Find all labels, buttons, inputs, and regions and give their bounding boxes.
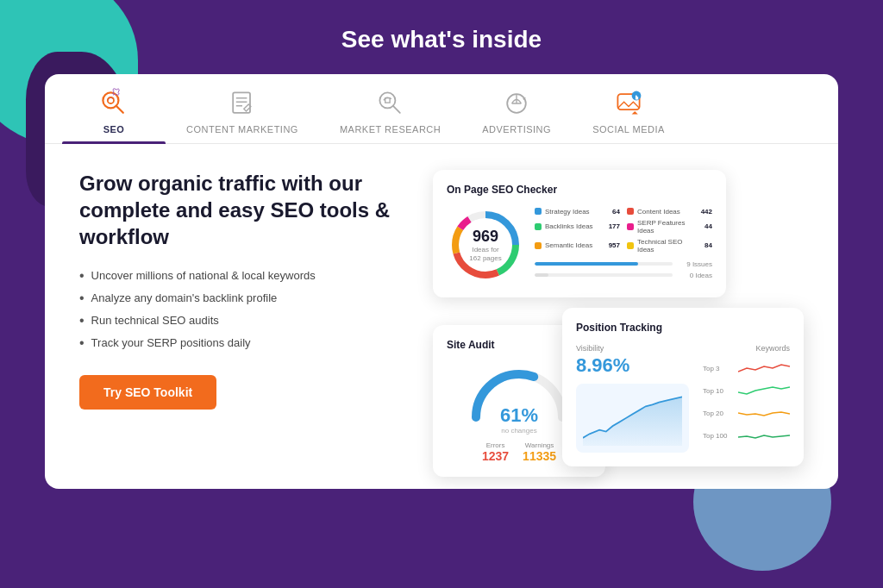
- bullet-1: Uncover millions of national & local key…: [79, 268, 407, 284]
- metric-value-semantic: 957: [609, 241, 620, 249]
- tab-market-research-label: MARKET RESEARCH: [340, 124, 441, 134]
- widget-seo-checker: On Page SEO Checker: [433, 170, 726, 297]
- bullet-2: Analyze any domain's backlink profile: [79, 291, 407, 306]
- tab-social-media-label: SOCIAL MEDIA: [592, 124, 665, 134]
- position-tracking-title: Position Tracking: [576, 322, 790, 334]
- tab-content-marketing-label: CONTENT MARKETING: [186, 124, 298, 134]
- keywords-label: Keywords: [703, 344, 790, 353]
- mini-chart-top10: [738, 384, 790, 397]
- tab-content-marketing[interactable]: CONTENT MARKETING: [166, 74, 319, 143]
- content-area: Grow organic traffic with our complete a…: [45, 144, 838, 489]
- market-research-icon: [375, 88, 406, 119]
- seo-icon: [98, 88, 129, 119]
- metric-value-serp: 44: [705, 222, 712, 230]
- progress-bar-fill-2: [535, 273, 548, 277]
- try-seo-toolkit-button[interactable]: Try SEO Toolkit: [79, 375, 216, 410]
- position-left: Visibility 8.96%: [576, 344, 689, 453]
- audit-errors: Errors 1237: [482, 441, 509, 463]
- svg-rect-9: [385, 98, 389, 103]
- content-marketing-icon: [227, 88, 258, 119]
- bullet-4: Track your SERP positions daily: [79, 335, 407, 351]
- main-card: SEO CONTENT MARKETING: [45, 74, 838, 489]
- mini-chart-top3: [738, 361, 790, 375]
- metric-dot-semantic: [535, 242, 542, 249]
- kw-row-top10: Top 10: [703, 384, 790, 397]
- warnings-label: Warnings: [523, 441, 556, 449]
- metric-strategy: Strategy Ideas 64: [535, 208, 620, 216]
- visibility-value: 8.96%: [576, 354, 689, 377]
- background-wrapper: See what's inside SEO: [0, 0, 883, 588]
- metric-value-strategy: 64: [612, 208, 620, 216]
- metric-dot-content: [627, 208, 634, 215]
- mini-chart-top100: [738, 428, 790, 442]
- audit-warnings: Warnings 11335: [523, 441, 556, 463]
- kw-row-top3: Top 3: [703, 361, 790, 375]
- page-title: See what's inside: [341, 26, 542, 53]
- right-panel: On Page SEO Checker: [433, 170, 812, 463]
- metric-value-technical: 84: [705, 241, 712, 249]
- metric-label-backlinks: Backlinks Ideas: [545, 222, 605, 230]
- metric-label-semantic: Semantic Ideas: [545, 241, 605, 249]
- metric-semantic: Semantic Ideas 957: [535, 238, 620, 253]
- visibility-label: Visibility: [576, 344, 689, 353]
- kw-label-top3: Top 3: [703, 365, 733, 372]
- progress-row-2: 0 Ideas: [535, 272, 712, 279]
- seo-checker-content: 969 Ideas for162 pages Strategy Ideas 64: [447, 206, 712, 284]
- errors-label: Errors: [482, 441, 509, 449]
- progress-row-1: 9 Issues: [535, 260, 712, 268]
- social-media-icon: [613, 88, 644, 119]
- left-panel: Grow organic traffic with our complete a…: [79, 170, 407, 463]
- kw-label-top10: Top 10: [703, 387, 733, 395]
- visibility-chart-area: [576, 384, 689, 453]
- metric-serp: SERP Features Ideas 44: [627, 219, 712, 235]
- tab-advertising-label: ADVERTISING: [482, 124, 551, 134]
- widget-position-tracking: Position Tracking Visibility 8.96%: [562, 308, 804, 466]
- metric-technical: Technical SEO Ideas 84: [627, 238, 712, 253]
- kw-row-top20: Top 20: [703, 406, 790, 420]
- progress-bar-bg-1: [535, 262, 673, 266]
- svg-line-8: [392, 106, 399, 113]
- keywords-right: Keywords Top 3 Top 10: [703, 344, 790, 453]
- metric-dot-serp: [627, 223, 634, 230]
- donut-wrapper: 969 Ideas for162 pages: [447, 206, 524, 284]
- site-audit-percentage: 61%: [500, 404, 538, 426]
- progress-label-1: 9 Issues: [678, 260, 712, 268]
- advertising-icon: [501, 88, 532, 119]
- metric-backlinks: Backlinks Ideas 177: [535, 219, 620, 235]
- visibility-chart: [583, 391, 682, 446]
- svg-line-1: [116, 106, 123, 113]
- bullet-list: Uncover millions of national & local key…: [79, 268, 407, 351]
- seo-metrics: Strategy Ideas 64 Content Ideas 442: [535, 208, 712, 253]
- metric-dot-backlinks: [535, 223, 542, 230]
- kw-label-top20: Top 20: [703, 410, 733, 417]
- kw-label-top100: Top 100: [703, 432, 733, 440]
- metric-dot-strategy: [535, 208, 542, 215]
- tab-market-research[interactable]: MARKET RESEARCH: [319, 74, 461, 143]
- seo-checker-title: On Page SEO Checker: [447, 184, 712, 196]
- donut-center: 969 Ideas for162 pages: [469, 228, 501, 262]
- tab-social-media[interactable]: SOCIAL MEDIA: [572, 74, 686, 143]
- donut-number: 969: [469, 228, 501, 246]
- metric-value-content: 442: [701, 208, 712, 216]
- metric-label-content: Content Ideas: [637, 208, 698, 216]
- warnings-value: 11335: [523, 449, 556, 463]
- errors-value: 1237: [482, 449, 509, 463]
- progress-bars: 9 Issues 0 Ideas: [535, 260, 712, 279]
- tabs-row: SEO CONTENT MARKETING: [45, 74, 838, 144]
- progress-bar-bg-2: [535, 273, 673, 277]
- tab-seo[interactable]: SEO: [62, 74, 166, 143]
- progress-bar-fill-1: [535, 262, 638, 266]
- tab-advertising[interactable]: ADVERTISING: [461, 74, 572, 143]
- metric-value-backlinks: 177: [609, 222, 620, 230]
- mini-chart-top20: [738, 406, 790, 420]
- progress-label-2: 0 Ideas: [678, 272, 712, 279]
- position-body: Visibility 8.96%: [576, 344, 790, 453]
- site-audit-sub: no changes: [500, 427, 538, 435]
- seo-metrics-area: Strategy Ideas 64 Content Ideas 442: [535, 208, 712, 283]
- metric-dot-technical: [627, 242, 634, 249]
- seo-headline: Grow organic traffic with our complete a…: [79, 170, 407, 251]
- metric-label-technical: Technical SEO Ideas: [637, 238, 701, 253]
- donut-sub: Ideas for162 pages: [469, 246, 501, 262]
- bullet-3: Run technical SEO audits: [79, 313, 407, 328]
- metric-label-serp: SERP Features Ideas: [637, 219, 701, 235]
